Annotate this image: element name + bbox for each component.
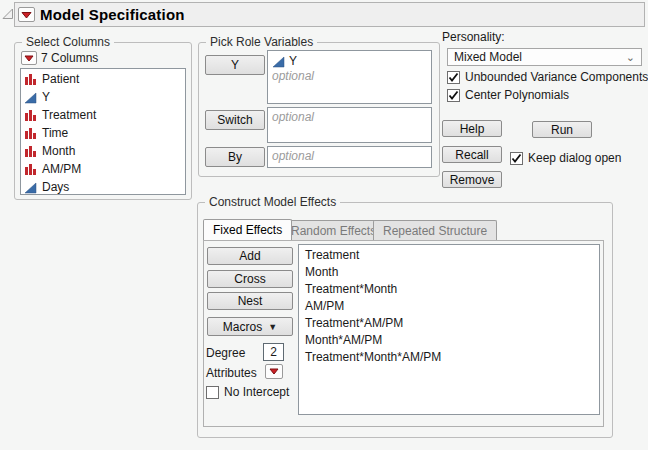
list-item[interactable]: AM/PM <box>21 160 185 178</box>
outline-disclosure-icon[interactable] <box>2 8 14 23</box>
cross-button[interactable]: Cross <box>207 270 293 288</box>
effect-item[interactable]: Month*AM/PM <box>299 332 599 349</box>
columns-count-label: 7 Columns <box>41 51 98 65</box>
effect-item[interactable]: Treatment*AM/PM <box>299 315 599 332</box>
personality-label: Personality: <box>442 30 505 44</box>
checkbox-checked-icon[interactable] <box>510 152 523 165</box>
nominal-icon <box>24 109 37 122</box>
add-button[interactable]: Add <box>207 247 293 265</box>
tab-fixed-effects[interactable]: Fixed Effects <box>203 219 292 240</box>
continuous-icon <box>24 91 37 104</box>
effect-item[interactable]: AM/PM <box>299 298 599 315</box>
attributes-label: Attributes <box>206 366 257 380</box>
personality-select[interactable]: Mixed Model ⌄ <box>447 48 642 66</box>
select-columns-label: Select Columns <box>22 35 114 49</box>
list-item[interactable]: Time <box>21 124 185 142</box>
nominal-icon <box>24 163 37 176</box>
list-item[interactable]: Patient <box>21 70 185 88</box>
y-role-entry[interactable]: Y <box>272 53 427 69</box>
run-button[interactable]: Run <box>532 121 592 138</box>
columns-filter-red-menu-icon[interactable] <box>21 51 37 65</box>
page-title: Model Specification <box>40 6 185 23</box>
list-item[interactable]: Y <box>21 88 185 106</box>
keep-dialog-open-checkbox[interactable]: Keep dialog open <box>510 151 621 165</box>
checkbox-checked-icon[interactable] <box>447 71 460 84</box>
tab-random-effects[interactable]: Random Effects <box>281 220 386 240</box>
outline-header: Model Specification <box>14 2 645 27</box>
nest-button[interactable]: Nest <box>207 292 293 310</box>
tab-repeated-structure[interactable]: Repeated Structure <box>373 220 497 240</box>
macros-button[interactable]: Macros ▼ <box>207 317 293 336</box>
checkbox-unchecked-icon[interactable] <box>206 386 219 399</box>
by-role-button[interactable]: By <box>205 147 265 167</box>
columns-filter-menu[interactable]: 7 Columns <box>21 51 98 65</box>
personality-selected-value: Mixed Model <box>454 50 626 64</box>
nominal-icon <box>24 145 37 158</box>
help-button[interactable]: Help <box>442 120 502 137</box>
red-menu-icon[interactable] <box>18 7 35 22</box>
pick-role-variables-label: Pick Role Variables <box>206 35 317 49</box>
list-item[interactable]: Treatment <box>21 106 185 124</box>
y-role-placeholder: optional <box>272 69 427 85</box>
continuous-icon <box>272 55 285 68</box>
chevron-down-icon: ⌄ <box>626 52 635 63</box>
model-effects-list[interactable]: Treatment Month Treatment*Month AM/PM Tr… <box>298 244 600 415</box>
y-role-dropzone[interactable]: Y optional <box>267 50 432 104</box>
degree-label: Degree <box>206 346 245 360</box>
effect-item[interactable]: Treatment*Month <box>299 281 599 298</box>
switch-role-button[interactable]: Switch <box>205 110 265 130</box>
attributes-red-menu-icon[interactable] <box>265 364 283 379</box>
model-specification-window: Model Specification Select Columns 7 Col… <box>0 0 648 450</box>
nominal-icon <box>24 73 37 86</box>
columns-list[interactable]: Patient Y Treatment Time Month AM/PM Day… <box>20 68 186 195</box>
unbounded-variance-checkbox[interactable]: Unbounded Variance Components <box>447 70 648 84</box>
list-item[interactable]: Days <box>21 178 185 196</box>
list-item[interactable]: Month <box>21 142 185 160</box>
construct-model-effects-label: Construct Model Effects <box>205 195 340 209</box>
checkbox-checked-icon[interactable] <box>447 89 460 102</box>
switch-role-dropzone[interactable]: optional <box>267 107 432 143</box>
effect-item[interactable]: Month <box>299 264 599 281</box>
nominal-icon <box>24 127 37 140</box>
by-role-placeholder: optional <box>272 149 427 163</box>
switch-role-placeholder: optional <box>272 110 427 124</box>
recall-button[interactable]: Recall <box>442 146 502 163</box>
center-polynomials-checkbox[interactable]: Center Polynomials <box>447 88 569 102</box>
no-intercept-checkbox[interactable]: No Intercept <box>206 385 289 399</box>
remove-button[interactable]: Remove <box>442 171 502 188</box>
y-role-button[interactable]: Y <box>205 55 265 75</box>
effect-item[interactable]: Treatment*Month*AM/PM <box>299 349 599 366</box>
degree-input[interactable]: 2 <box>263 343 284 361</box>
by-role-dropzone[interactable]: optional <box>267 146 432 168</box>
continuous-icon <box>24 181 37 194</box>
effect-item[interactable]: Treatment <box>299 247 599 264</box>
macros-dropdown-arrow-icon: ▼ <box>268 322 277 332</box>
